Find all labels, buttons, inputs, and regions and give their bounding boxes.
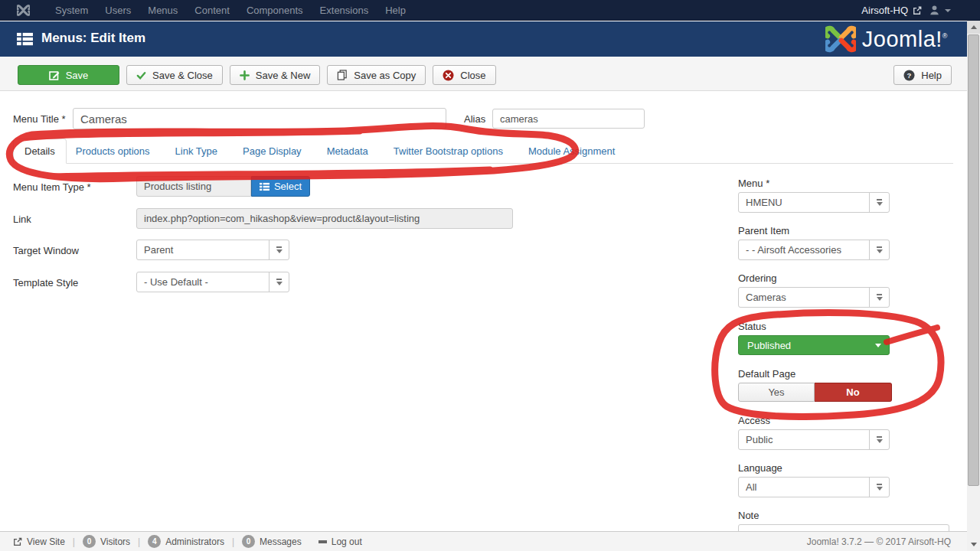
topnav-item-menus[interactable]: Menus bbox=[139, 5, 186, 16]
joomla-admin-edit-menu-item: System Users Menus Content Components Ex… bbox=[0, 0, 980, 551]
default-page-yes-button[interactable]: Yes bbox=[738, 383, 815, 402]
toolbar: Save Save & Close Save & New Save as Cop… bbox=[0, 57, 980, 91]
parent-item-label: Parent Item bbox=[738, 225, 789, 236]
language-select[interactable]: All bbox=[738, 477, 890, 497]
visitors-count-badge: 0 bbox=[83, 535, 96, 548]
logout-icon bbox=[318, 540, 327, 543]
parent-item-select[interactable]: - - Airsoft Accessories bbox=[738, 240, 890, 260]
chevron-down-icon bbox=[269, 240, 289, 259]
note-label: Note bbox=[738, 510, 759, 521]
external-link-icon bbox=[913, 6, 922, 15]
visitors-status[interactable]: 0 Visitors bbox=[83, 535, 130, 548]
page-header: Menus: Edit Item Joomla!® bbox=[0, 21, 980, 57]
copy-icon bbox=[337, 70, 348, 80]
plus-icon bbox=[240, 70, 250, 80]
tab-module-assignment[interactable]: Module Assignment bbox=[519, 139, 624, 163]
topnav-item-extensions[interactable]: Extensions bbox=[312, 5, 377, 16]
template-style-label: Template Style bbox=[13, 277, 78, 289]
topnav-item-system[interactable]: System bbox=[47, 5, 96, 16]
tab-link-type[interactable]: Link Type bbox=[166, 139, 227, 163]
select-menu-item-type-button[interactable]: Select bbox=[251, 176, 310, 197]
chevron-down-icon bbox=[869, 193, 889, 212]
marker-circle-status-tail bbox=[887, 328, 937, 342]
target-window-label: Target Window bbox=[13, 245, 79, 256]
joomla-icon[interactable] bbox=[17, 4, 30, 17]
topnav-right: Airsoft-HQ bbox=[861, 0, 951, 21]
save-new-button[interactable]: Save & New bbox=[230, 65, 321, 85]
chevron-down-icon bbox=[869, 240, 889, 259]
tab-products-options[interactable]: Products options bbox=[67, 139, 159, 163]
topnav-item-help[interactable]: Help bbox=[377, 5, 414, 16]
close-button[interactable]: Close bbox=[433, 65, 495, 85]
divider: | bbox=[232, 536, 234, 547]
admin-top-navbar: System Users Menus Content Components Ex… bbox=[0, 0, 980, 21]
topnav-item-users[interactable]: Users bbox=[96, 5, 139, 16]
joomla-logo-icon bbox=[825, 24, 856, 54]
topnav-item-components[interactable]: Components bbox=[238, 5, 312, 16]
scroll-down-arrow[interactable] bbox=[967, 538, 980, 551]
default-page-toggle: Yes No bbox=[738, 383, 892, 402]
topnav-item-content[interactable]: Content bbox=[186, 5, 238, 16]
site-preview-link[interactable]: Airsoft-HQ bbox=[861, 5, 922, 16]
page-title: Menus: Edit Item bbox=[41, 31, 145, 46]
chevron-down-icon bbox=[875, 344, 881, 347]
scroll-up-arrow[interactable] bbox=[967, 21, 980, 34]
site-name-label: Airsoft-HQ bbox=[861, 5, 908, 16]
alias-input[interactable] bbox=[492, 109, 645, 129]
tab-page-display[interactable]: Page Display bbox=[234, 139, 311, 163]
alias-label: Alias bbox=[464, 113, 485, 125]
menu-item-type-label: Menu Item Type * bbox=[13, 181, 91, 193]
joomla-brand-text: Joomla!® bbox=[862, 27, 948, 52]
view-site-link[interactable]: View Site bbox=[13, 536, 65, 547]
menu-select[interactable]: HMENU bbox=[738, 192, 890, 213]
menu-title-input[interactable] bbox=[73, 108, 446, 129]
status-label: Status bbox=[738, 321, 766, 332]
svg-text:?: ? bbox=[907, 71, 912, 80]
menu-item-type-input bbox=[136, 176, 251, 197]
ordering-label: Ordering bbox=[738, 272, 777, 284]
check-icon bbox=[136, 70, 146, 80]
user-menu[interactable] bbox=[929, 5, 951, 16]
edit-item-tabs: Details Products options Link Type Page … bbox=[13, 139, 953, 164]
joomla-brand: Joomla!® bbox=[825, 24, 948, 54]
chevron-down-icon bbox=[269, 272, 289, 292]
administrators-status[interactable]: 4 Administrators bbox=[148, 535, 224, 548]
list-icon bbox=[260, 182, 270, 191]
save-icon bbox=[49, 70, 60, 80]
scrollbar-thumb[interactable] bbox=[968, 34, 979, 486]
access-label: Access bbox=[738, 415, 770, 426]
access-select[interactable]: Public bbox=[738, 429, 890, 450]
menu-list-icon bbox=[17, 31, 33, 50]
save-button[interactable]: Save bbox=[18, 65, 119, 85]
ordering-select[interactable]: Cameras bbox=[738, 287, 890, 308]
logout-link[interactable]: Log out bbox=[318, 536, 362, 547]
messages-count-badge: 0 bbox=[242, 535, 255, 548]
chevron-down-icon bbox=[869, 430, 889, 449]
link-input bbox=[136, 208, 513, 229]
messages-status[interactable]: 0 Messages bbox=[242, 535, 302, 548]
template-style-select[interactable]: - Use Default - bbox=[136, 272, 289, 292]
help-button[interactable]: ? Help bbox=[893, 65, 952, 85]
close-icon bbox=[443, 70, 454, 81]
save-copy-button[interactable]: Save as Copy bbox=[327, 65, 426, 85]
chevron-down-icon bbox=[869, 478, 889, 497]
divider: | bbox=[138, 536, 140, 547]
language-label: Language bbox=[738, 462, 782, 474]
menu-label: Menu * bbox=[738, 178, 769, 189]
vertical-scrollbar[interactable] bbox=[967, 21, 980, 551]
help-icon: ? bbox=[903, 70, 915, 81]
chevron-down-icon bbox=[945, 9, 951, 12]
tab-twitter-bootstrap-options[interactable]: Twitter Bootstrap options bbox=[384, 139, 512, 163]
chevron-down-icon bbox=[869, 288, 889, 307]
tab-details[interactable]: Details bbox=[13, 139, 67, 164]
target-window-select[interactable]: Parent bbox=[136, 240, 289, 260]
user-icon bbox=[929, 5, 940, 16]
menu-title-label: Menu Title * bbox=[13, 113, 66, 125]
topnav-menus: System Users Menus Content Components Ex… bbox=[47, 5, 414, 16]
external-link-icon bbox=[13, 537, 22, 546]
link-label: Link bbox=[13, 214, 31, 225]
save-close-button[interactable]: Save & Close bbox=[126, 65, 223, 85]
default-page-no-button[interactable]: No bbox=[815, 383, 892, 402]
tab-metadata[interactable]: Metadata bbox=[318, 139, 377, 163]
status-published-dropdown[interactable]: Published bbox=[738, 335, 890, 355]
